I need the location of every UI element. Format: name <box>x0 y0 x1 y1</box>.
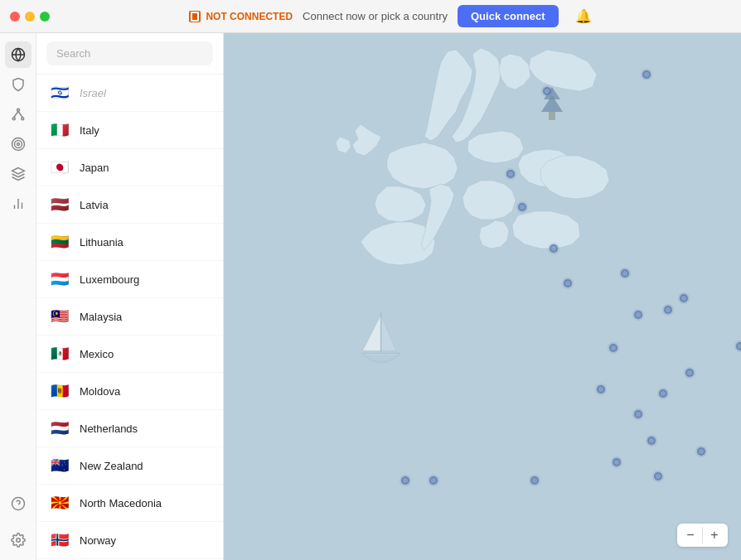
map-location-dot[interactable] <box>685 369 694 377</box>
country-name: New Zealand <box>80 460 143 472</box>
country-flag: 🇱🇻 <box>48 193 71 216</box>
map-location-dot[interactable] <box>530 476 539 485</box>
svg-marker-22 <box>381 315 396 350</box>
sidebar-item-settings[interactable] <box>5 527 31 553</box>
map-location-dot[interactable] <box>634 410 642 418</box>
country-name: Italy <box>80 124 99 137</box>
map-location-dot[interactable] <box>664 306 672 314</box>
country-item[interactable]: 🇯🇵 Japan <box>36 149 223 186</box>
map-area: − + <box>224 33 741 560</box>
search-input[interactable] <box>46 41 213 65</box>
sidebar-item-topology[interactable] <box>5 101 31 128</box>
window-controls <box>0 12 50 22</box>
svg-point-3 <box>12 118 15 120</box>
minimize-button[interactable] <box>25 12 35 22</box>
country-item[interactable]: 🇲🇰 North Macedonia <box>36 485 223 522</box>
quick-connect-button[interactable]: Quick connect <box>458 5 559 27</box>
connection-status-badge: NOT CONNECTED <box>189 11 293 22</box>
sidebar-item-shield[interactable] <box>5 71 31 98</box>
close-button[interactable] <box>10 12 20 22</box>
svg-point-4 <box>21 118 23 120</box>
map-location-dot[interactable] <box>550 244 558 253</box>
map-location-dot[interactable] <box>506 170 515 178</box>
country-item[interactable]: 🇳🇿 New Zealand <box>36 447 223 485</box>
zoom-out-button[interactable]: − <box>680 525 700 545</box>
map-location-dot[interactable] <box>597 385 605 393</box>
country-item[interactable]: 🇱🇻 Latvia <box>36 186 223 224</box>
country-flag: 🇲🇾 <box>48 305 71 328</box>
map-location-dot[interactable] <box>697 447 705 456</box>
svg-point-8 <box>14 141 22 148</box>
country-panel: 🇮🇱 Israel 🇮🇹 Italy 🇯🇵 Japan 🇱🇻 Latvia 🇱🇹… <box>36 33 224 560</box>
svg-marker-21 <box>362 315 380 350</box>
country-name: Mexico <box>80 348 114 360</box>
country-flag: 🇳🇱 <box>48 417 71 440</box>
map-location-dot[interactable] <box>518 203 526 211</box>
sidebar-item-help[interactable] <box>5 490 31 517</box>
svg-rect-20 <box>549 112 555 120</box>
country-name: Luxembourg <box>80 273 139 286</box>
country-flag: 🇯🇵 <box>48 156 71 179</box>
svg-marker-19 <box>541 95 563 112</box>
country-flag: 🇲🇽 <box>48 342 71 365</box>
map-location-dot[interactable] <box>642 70 651 79</box>
country-name: Netherlands <box>80 422 138 435</box>
country-flag: 🇲🇰 <box>48 491 71 514</box>
country-flag: 🇳🇿 <box>48 454 71 477</box>
main-layout: 🇮🇱 Israel 🇮🇹 Italy 🇯🇵 Japan 🇱🇻 Latvia 🇱🇹… <box>0 33 741 560</box>
map-location-dot[interactable] <box>401 476 409 485</box>
not-connected-label: NOT CONNECTED <box>206 11 293 22</box>
country-name: Malaysia <box>80 311 122 323</box>
map-location-dot[interactable] <box>736 342 741 350</box>
zoom-divider <box>702 527 703 543</box>
country-item[interactable]: 🇱🇺 Luxembourg <box>36 261 223 298</box>
sidebar-item-target[interactable] <box>5 131 31 157</box>
map-location-dot[interactable] <box>429 476 438 485</box>
maximize-button[interactable] <box>40 12 50 22</box>
map-svg <box>224 33 741 560</box>
country-item[interactable]: 🇮🇱 Israel <box>36 75 223 112</box>
country-item[interactable]: 🇲🇩 Moldova <box>36 373 223 410</box>
country-item[interactable]: 🇮🇹 Italy <box>36 112 223 149</box>
country-flag: 🇳🇴 <box>48 529 71 552</box>
svg-point-2 <box>17 109 19 111</box>
map-location-dot[interactable] <box>659 389 667 398</box>
sidebar-item-layers[interactable] <box>5 161 31 187</box>
map-location-dot[interactable] <box>654 472 662 480</box>
search-box <box>36 33 223 75</box>
sidebar-item-stats[interactable] <box>5 191 31 217</box>
country-flag: 🇮🇹 <box>48 118 71 142</box>
country-name: Moldova <box>80 385 120 398</box>
svg-marker-10 <box>12 168 24 175</box>
country-item[interactable]: 🇱🇹 Lithuania <box>36 224 223 261</box>
not-connected-icon <box>189 11 201 22</box>
country-name: Latvia <box>80 199 109 211</box>
map-location-dot[interactable] <box>680 294 688 302</box>
title-bar: NOT CONNECTED Connect now or pick a coun… <box>0 0 741 33</box>
title-bar-center: NOT CONNECTED Connect now or pick a coun… <box>50 5 741 27</box>
zoom-in-button[interactable]: + <box>705 525 724 545</box>
sidebar-item-globe[interactable] <box>5 41 31 68</box>
zoom-controls: − + <box>677 524 728 547</box>
country-flag: 🇲🇩 <box>48 379 71 403</box>
country-name: Israel <box>80 87 106 99</box>
bell-icon[interactable]: 🔔 <box>575 8 592 24</box>
svg-line-5 <box>13 111 17 118</box>
map-location-dot[interactable] <box>613 458 621 466</box>
map-location-dot[interactable] <box>609 344 618 352</box>
map-location-dot[interactable] <box>647 437 656 445</box>
map-location-dot[interactable] <box>621 269 629 278</box>
map-location-dot[interactable] <box>564 279 572 287</box>
country-item[interactable]: 🇳🇴 Norway <box>36 522 223 559</box>
sailboat <box>356 308 406 378</box>
map-location-dot[interactable] <box>543 87 551 95</box>
country-flag: 🇱🇹 <box>48 230 71 253</box>
svg-line-6 <box>18 111 22 118</box>
country-flag: 🇱🇺 <box>48 268 71 291</box>
country-item[interactable]: 🇲🇾 Malaysia <box>36 298 223 336</box>
map-location-dot[interactable] <box>634 311 642 319</box>
country-item[interactable]: 🇳🇱 Netherlands <box>36 410 223 447</box>
country-name: Norway <box>80 534 116 547</box>
sidebar-icons <box>0 33 36 560</box>
country-item[interactable]: 🇲🇽 Mexico <box>36 336 223 373</box>
